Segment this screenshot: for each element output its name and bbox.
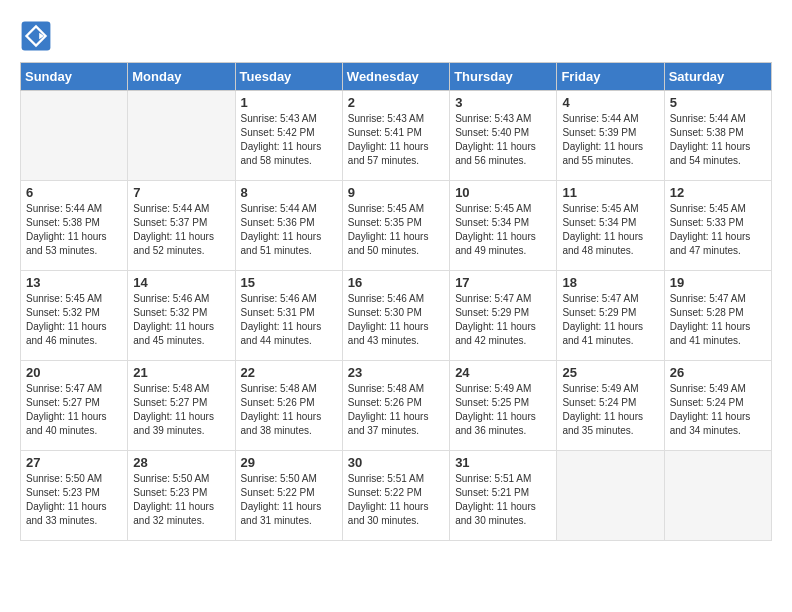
day-number: 16 <box>348 275 444 290</box>
weekday-header-wednesday: Wednesday <box>342 63 449 91</box>
day-number: 9 <box>348 185 444 200</box>
day-info: Sunrise: 5:43 AM Sunset: 5:40 PM Dayligh… <box>455 112 551 168</box>
calendar-cell: 4 Sunrise: 5:44 AM Sunset: 5:39 PM Dayli… <box>557 91 664 181</box>
day-number: 26 <box>670 365 766 380</box>
day-info: Sunrise: 5:45 AM Sunset: 5:35 PM Dayligh… <box>348 202 444 258</box>
day-number: 13 <box>26 275 122 290</box>
calendar-cell: 18 Sunrise: 5:47 AM Sunset: 5:29 PM Dayl… <box>557 271 664 361</box>
day-info: Sunrise: 5:48 AM Sunset: 5:27 PM Dayligh… <box>133 382 229 438</box>
day-number: 31 <box>455 455 551 470</box>
day-info: Sunrise: 5:46 AM Sunset: 5:31 PM Dayligh… <box>241 292 337 348</box>
day-number: 3 <box>455 95 551 110</box>
day-info: Sunrise: 5:47 AM Sunset: 5:29 PM Dayligh… <box>455 292 551 348</box>
day-number: 29 <box>241 455 337 470</box>
calendar-cell <box>128 91 235 181</box>
calendar-cell: 9 Sunrise: 5:45 AM Sunset: 5:35 PM Dayli… <box>342 181 449 271</box>
day-number: 10 <box>455 185 551 200</box>
day-number: 7 <box>133 185 229 200</box>
day-number: 27 <box>26 455 122 470</box>
calendar-week-row: 13 Sunrise: 5:45 AM Sunset: 5:32 PM Dayl… <box>21 271 772 361</box>
weekday-header-friday: Friday <box>557 63 664 91</box>
calendar-cell: 27 Sunrise: 5:50 AM Sunset: 5:23 PM Dayl… <box>21 451 128 541</box>
day-info: Sunrise: 5:46 AM Sunset: 5:30 PM Dayligh… <box>348 292 444 348</box>
day-info: Sunrise: 5:48 AM Sunset: 5:26 PM Dayligh… <box>241 382 337 438</box>
calendar-cell: 7 Sunrise: 5:44 AM Sunset: 5:37 PM Dayli… <box>128 181 235 271</box>
day-info: Sunrise: 5:44 AM Sunset: 5:39 PM Dayligh… <box>562 112 658 168</box>
day-number: 11 <box>562 185 658 200</box>
day-info: Sunrise: 5:44 AM Sunset: 5:37 PM Dayligh… <box>133 202 229 258</box>
day-info: Sunrise: 5:45 AM Sunset: 5:34 PM Dayligh… <box>455 202 551 258</box>
day-number: 25 <box>562 365 658 380</box>
calendar-table: SundayMondayTuesdayWednesdayThursdayFrid… <box>20 62 772 541</box>
header <box>20 20 772 52</box>
calendar-cell: 15 Sunrise: 5:46 AM Sunset: 5:31 PM Dayl… <box>235 271 342 361</box>
calendar-week-row: 6 Sunrise: 5:44 AM Sunset: 5:38 PM Dayli… <box>21 181 772 271</box>
day-number: 21 <box>133 365 229 380</box>
day-number: 14 <box>133 275 229 290</box>
calendar-week-row: 20 Sunrise: 5:47 AM Sunset: 5:27 PM Dayl… <box>21 361 772 451</box>
day-number: 19 <box>670 275 766 290</box>
calendar-cell: 10 Sunrise: 5:45 AM Sunset: 5:34 PM Dayl… <box>450 181 557 271</box>
calendar-cell: 22 Sunrise: 5:48 AM Sunset: 5:26 PM Dayl… <box>235 361 342 451</box>
calendar-cell: 24 Sunrise: 5:49 AM Sunset: 5:25 PM Dayl… <box>450 361 557 451</box>
day-info: Sunrise: 5:51 AM Sunset: 5:22 PM Dayligh… <box>348 472 444 528</box>
day-number: 8 <box>241 185 337 200</box>
day-info: Sunrise: 5:45 AM Sunset: 5:34 PM Dayligh… <box>562 202 658 258</box>
calendar-cell: 26 Sunrise: 5:49 AM Sunset: 5:24 PM Dayl… <box>664 361 771 451</box>
weekday-header-monday: Monday <box>128 63 235 91</box>
day-info: Sunrise: 5:49 AM Sunset: 5:24 PM Dayligh… <box>670 382 766 438</box>
logo <box>20 20 58 52</box>
calendar-week-row: 27 Sunrise: 5:50 AM Sunset: 5:23 PM Dayl… <box>21 451 772 541</box>
day-number: 20 <box>26 365 122 380</box>
calendar-cell <box>664 451 771 541</box>
calendar-cell: 13 Sunrise: 5:45 AM Sunset: 5:32 PM Dayl… <box>21 271 128 361</box>
day-info: Sunrise: 5:44 AM Sunset: 5:38 PM Dayligh… <box>26 202 122 258</box>
day-number: 22 <box>241 365 337 380</box>
day-number: 17 <box>455 275 551 290</box>
day-number: 5 <box>670 95 766 110</box>
calendar-cell: 19 Sunrise: 5:47 AM Sunset: 5:28 PM Dayl… <box>664 271 771 361</box>
calendar-cell: 2 Sunrise: 5:43 AM Sunset: 5:41 PM Dayli… <box>342 91 449 181</box>
calendar-cell: 30 Sunrise: 5:51 AM Sunset: 5:22 PM Dayl… <box>342 451 449 541</box>
day-info: Sunrise: 5:47 AM Sunset: 5:29 PM Dayligh… <box>562 292 658 348</box>
calendar-cell: 17 Sunrise: 5:47 AM Sunset: 5:29 PM Dayl… <box>450 271 557 361</box>
day-info: Sunrise: 5:46 AM Sunset: 5:32 PM Dayligh… <box>133 292 229 348</box>
calendar-cell: 6 Sunrise: 5:44 AM Sunset: 5:38 PM Dayli… <box>21 181 128 271</box>
calendar-week-row: 1 Sunrise: 5:43 AM Sunset: 5:42 PM Dayli… <box>21 91 772 181</box>
weekday-header-thursday: Thursday <box>450 63 557 91</box>
calendar-cell: 12 Sunrise: 5:45 AM Sunset: 5:33 PM Dayl… <box>664 181 771 271</box>
day-info: Sunrise: 5:50 AM Sunset: 5:23 PM Dayligh… <box>26 472 122 528</box>
day-info: Sunrise: 5:50 AM Sunset: 5:23 PM Dayligh… <box>133 472 229 528</box>
day-info: Sunrise: 5:49 AM Sunset: 5:25 PM Dayligh… <box>455 382 551 438</box>
calendar-cell: 11 Sunrise: 5:45 AM Sunset: 5:34 PM Dayl… <box>557 181 664 271</box>
day-number: 2 <box>348 95 444 110</box>
weekday-header-tuesday: Tuesday <box>235 63 342 91</box>
day-number: 1 <box>241 95 337 110</box>
day-info: Sunrise: 5:44 AM Sunset: 5:38 PM Dayligh… <box>670 112 766 168</box>
calendar-cell: 16 Sunrise: 5:46 AM Sunset: 5:30 PM Dayl… <box>342 271 449 361</box>
calendar-cell: 23 Sunrise: 5:48 AM Sunset: 5:26 PM Dayl… <box>342 361 449 451</box>
day-number: 15 <box>241 275 337 290</box>
day-number: 24 <box>455 365 551 380</box>
weekday-header-saturday: Saturday <box>664 63 771 91</box>
day-info: Sunrise: 5:49 AM Sunset: 5:24 PM Dayligh… <box>562 382 658 438</box>
calendar-cell: 31 Sunrise: 5:51 AM Sunset: 5:21 PM Dayl… <box>450 451 557 541</box>
calendar-cell <box>21 91 128 181</box>
calendar-cell: 14 Sunrise: 5:46 AM Sunset: 5:32 PM Dayl… <box>128 271 235 361</box>
day-number: 4 <box>562 95 658 110</box>
calendar-cell: 1 Sunrise: 5:43 AM Sunset: 5:42 PM Dayli… <box>235 91 342 181</box>
day-info: Sunrise: 5:43 AM Sunset: 5:41 PM Dayligh… <box>348 112 444 168</box>
calendar-cell: 25 Sunrise: 5:49 AM Sunset: 5:24 PM Dayl… <box>557 361 664 451</box>
calendar-cell: 28 Sunrise: 5:50 AM Sunset: 5:23 PM Dayl… <box>128 451 235 541</box>
day-info: Sunrise: 5:43 AM Sunset: 5:42 PM Dayligh… <box>241 112 337 168</box>
logo-icon <box>20 20 52 52</box>
day-info: Sunrise: 5:45 AM Sunset: 5:32 PM Dayligh… <box>26 292 122 348</box>
day-info: Sunrise: 5:50 AM Sunset: 5:22 PM Dayligh… <box>241 472 337 528</box>
calendar-cell: 20 Sunrise: 5:47 AM Sunset: 5:27 PM Dayl… <box>21 361 128 451</box>
day-number: 18 <box>562 275 658 290</box>
calendar-cell: 5 Sunrise: 5:44 AM Sunset: 5:38 PM Dayli… <box>664 91 771 181</box>
calendar-cell <box>557 451 664 541</box>
day-number: 23 <box>348 365 444 380</box>
day-info: Sunrise: 5:44 AM Sunset: 5:36 PM Dayligh… <box>241 202 337 258</box>
day-number: 28 <box>133 455 229 470</box>
